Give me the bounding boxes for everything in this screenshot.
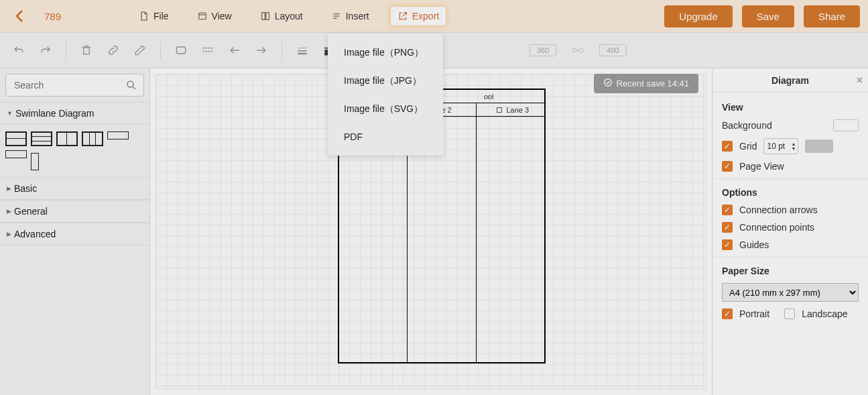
palette-advanced-header[interactable]: ▶ Advanced: [0, 223, 149, 245]
palette-general-label: General: [14, 206, 48, 217]
paper-size-select[interactable]: A4 (210 mm x 297 mm): [722, 283, 859, 302]
svg-point-23: [127, 81, 133, 87]
erase-button[interactable]: [131, 41, 149, 60]
search-icon: [125, 79, 137, 94]
lane-mini-icon: [497, 107, 502, 113]
close-icon[interactable]: ×: [857, 74, 863, 87]
landscape-checkbox[interactable]: [784, 308, 795, 319]
document-title[interactable]: 789: [44, 11, 61, 22]
grid-size-input[interactable]: 10 pt▴▾: [763, 138, 798, 154]
save-toast: Recent save 14:41: [594, 74, 698, 93]
caret-right-icon: ▶: [7, 231, 11, 237]
pool-label: ool: [484, 93, 494, 101]
lane-col-3[interactable]: [477, 117, 544, 362]
palette-advanced-label: Advanced: [14, 229, 56, 239]
menu-file-label: File: [153, 11, 169, 21]
guides-label: Guides: [739, 239, 769, 250]
link-dims-icon[interactable]: [564, 41, 591, 60]
save-toast-label: Recent save 14:41: [617, 78, 689, 89]
delete-button[interactable]: [77, 41, 96, 60]
check-icon: [603, 78, 613, 89]
caret-right-icon: ▶: [7, 185, 11, 192]
shape-hlane[interactable]: [107, 131, 129, 139]
view-icon: [197, 11, 208, 21]
menu-insert-label: Insert: [346, 11, 369, 21]
layout-icon: [260, 11, 271, 21]
options-section-title: Options: [722, 187, 859, 198]
share-button[interactable]: Share: [804, 5, 860, 27]
palette-basic-header[interactable]: ▶ Basic: [0, 177, 149, 200]
landscape-label: Landscape: [802, 308, 848, 319]
export-jpg[interactable]: Image file（JPG）: [328, 67, 443, 95]
shape-vpool-3[interactable]: [82, 131, 103, 146]
right-buttons: Upgrade Save Share: [664, 5, 860, 27]
palette-general-header[interactable]: ▶ General: [0, 200, 149, 223]
dimension-height[interactable]: 480: [599, 44, 626, 56]
svg-rect-0: [198, 13, 206, 19]
caret-down-icon: ▼: [7, 110, 13, 117]
portrait-checkbox[interactable]: ✓: [722, 308, 733, 319]
guides-checkbox[interactable]: ✓: [722, 239, 733, 250]
conn-points-label: Connection points: [739, 222, 814, 233]
lane-header-3[interactable]: Lane 3: [477, 103, 544, 116]
menu-items: File View Layout Insert Export: [132, 7, 446, 25]
svg-rect-3: [265, 13, 269, 20]
grid-value: 10 pt: [767, 142, 785, 151]
upgrade-button[interactable]: Upgrade: [664, 5, 733, 27]
export-dropdown: Image file（PNG） Image file（JPG） Image fi…: [328, 34, 443, 156]
menubar: 789 File View Layout Insert Export Upgra…: [0, 0, 868, 32]
menu-file[interactable]: File: [132, 7, 176, 25]
pageview-checkbox[interactable]: ✓: [722, 161, 733, 172]
shape-vlane[interactable]: [31, 153, 39, 170]
export-png[interactable]: Image file（PNG）: [328, 39, 443, 67]
caret-right-icon: ▶: [7, 208, 11, 215]
search-input[interactable]: [5, 74, 144, 97]
palette-basic-label: Basic: [14, 183, 37, 194]
portrait-label: Portrait: [739, 308, 769, 319]
lane3-label: Lane 3: [506, 106, 529, 114]
export-svg[interactable]: Image file（SVG）: [328, 95, 443, 123]
save-button[interactable]: Save: [742, 5, 794, 27]
redo-button[interactable]: [36, 41, 55, 60]
menu-insert[interactable]: Insert: [324, 7, 376, 25]
menu-view[interactable]: View: [190, 7, 239, 25]
pageview-label: Page View: [739, 161, 784, 172]
menu-layout-label: Layout: [275, 11, 303, 21]
undo-button[interactable]: [9, 41, 28, 60]
menu-export-label: Export: [412, 11, 439, 21]
shape-vpool-2[interactable]: [56, 131, 78, 146]
back-button[interactable]: [12, 8, 28, 24]
dimension-width[interactable]: 360: [530, 44, 556, 56]
conn-arrows-label: Connection arrows: [739, 205, 818, 215]
palette-swimlane-label: Swimlane Diagram: [15, 108, 94, 119]
menu-layout[interactable]: Layout: [253, 7, 310, 25]
conn-points-checkbox[interactable]: ✓: [722, 222, 733, 233]
shape-hpool-3[interactable]: [31, 131, 52, 146]
background-swatch[interactable]: [833, 119, 859, 131]
menu-view-label: View: [212, 11, 232, 21]
line-weight-thin[interactable]: [293, 41, 312, 60]
arrow-left-button[interactable]: [225, 41, 244, 60]
arrow-right-button[interactable]: [252, 41, 271, 60]
file-icon: [139, 11, 149, 21]
insert-icon: [331, 11, 342, 21]
conn-arrows-checkbox[interactable]: ✓: [722, 205, 733, 215]
sidebar-left: ▼ Swimlane Diagram ▶ Basic ▶ General ▶ A…: [0, 68, 150, 395]
grid-label: Grid: [739, 141, 757, 152]
export-pdf[interactable]: PDF: [328, 123, 443, 150]
shape-rect-button[interactable]: [172, 41, 190, 60]
grid-checkbox[interactable]: ✓: [722, 141, 733, 152]
view-section-title: View: [722, 102, 859, 113]
link-button[interactable]: [104, 41, 123, 60]
panel-title: Diagram: [771, 75, 809, 86]
svg-rect-7: [176, 47, 185, 54]
paper-section-title: Paper Size: [722, 266, 859, 276]
menu-export[interactable]: Export: [391, 7, 446, 25]
shape-hlane2[interactable]: [5, 150, 27, 158]
palette-swimlane-header[interactable]: ▼ Swimlane Diagram: [0, 102, 149, 125]
line-dashed-button[interactable]: [198, 41, 217, 60]
grid-color-swatch[interactable]: [805, 139, 833, 153]
shape-hpool-2[interactable]: [5, 131, 27, 146]
panel-header: Diagram ×: [712, 68, 868, 93]
svg-rect-2: [261, 13, 265, 20]
